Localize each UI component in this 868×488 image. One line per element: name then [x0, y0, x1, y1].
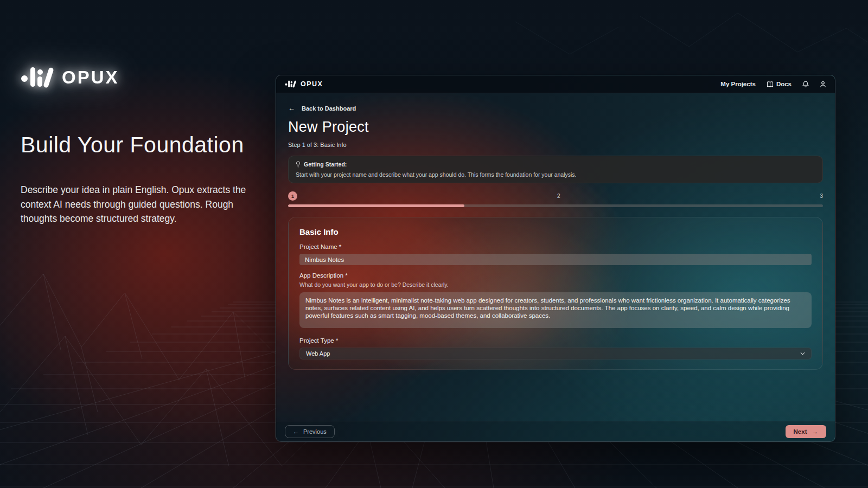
bell-icon	[802, 81, 809, 88]
back-to-dashboard-link[interactable]: ← Back to Dashboard	[288, 104, 356, 112]
arrow-left-icon: ←	[293, 428, 299, 435]
hint-title: Getting Started:	[304, 161, 347, 168]
arrow-right-icon: →	[812, 428, 819, 435]
opux-logo: OPUX	[21, 65, 259, 90]
hint-title-row: Getting Started:	[296, 161, 815, 168]
step-1-indicator[interactable]: 1	[288, 191, 297, 201]
project-type-label: Project Type *	[299, 337, 812, 344]
next-button[interactable]: Next →	[786, 425, 826, 438]
book-icon	[767, 81, 774, 87]
project-type-value: Web App	[306, 350, 330, 357]
step-2-indicator[interactable]: 2	[557, 193, 560, 199]
step-indicator: 1 2 3	[288, 191, 823, 201]
window-content: ← Back to Dashboard New Project Step 1 o…	[276, 93, 835, 370]
lightbulb-icon	[296, 161, 301, 168]
getting-started-hint: Getting Started: Start with your project…	[288, 156, 823, 183]
opux-logo-mark-small	[285, 80, 297, 88]
user-icon	[820, 81, 826, 88]
project-type-select[interactable]: Web App	[299, 348, 812, 359]
previous-button[interactable]: ← Previous	[285, 425, 335, 438]
app-description-label: App Description *	[299, 272, 812, 279]
topbar-brand-text: OPUX	[301, 80, 323, 88]
back-to-dashboard-label: Back to Dashboard	[302, 105, 356, 112]
hero-panel: OPUX Build Your Foundation Describe your…	[21, 65, 259, 226]
previous-button-label: Previous	[303, 428, 327, 435]
opux-logo-mark	[21, 65, 55, 90]
hint-body: Start with your project name and describ…	[296, 171, 815, 178]
project-name-label: Project Name *	[299, 243, 812, 250]
nav-docs-label: Docs	[776, 81, 792, 87]
nav-docs[interactable]: Docs	[767, 81, 792, 87]
nav-my-projects[interactable]: My Projects	[720, 81, 756, 87]
project-name-input[interactable]	[299, 254, 812, 265]
chevron-down-icon	[800, 352, 805, 355]
topbar-brand[interactable]: OPUX	[285, 80, 323, 88]
app-description-helper: What do you want your app to do or be? D…	[299, 281, 812, 288]
hero-description: Describe your idea in plain English. Opu…	[21, 183, 255, 226]
basic-info-card: Basic Info Project Name * App Descriptio…	[288, 217, 823, 370]
account-button[interactable]	[820, 81, 826, 88]
step-3-indicator[interactable]: 3	[820, 193, 823, 199]
app-topbar: OPUX My Projects Docs	[276, 75, 835, 93]
wizard-footer: ← Previous Next →	[276, 421, 835, 441]
card-title: Basic Info	[299, 227, 812, 236]
page-title: New Project	[288, 119, 823, 136]
progress-fill	[288, 204, 464, 207]
progress-track	[288, 204, 823, 207]
arrow-left-icon: ←	[288, 104, 295, 112]
app-window: OPUX My Projects Docs	[276, 75, 835, 442]
opux-logo-text: OPUX	[62, 67, 119, 88]
next-button-label: Next	[794, 428, 807, 435]
topbar-nav: My Projects Docs	[720, 81, 826, 88]
hero-headline: Build Your Foundation	[21, 132, 259, 158]
notifications-button[interactable]	[802, 81, 809, 88]
step-progress-label: Step 1 of 3: Basic Info	[288, 142, 823, 148]
app-description-textarea[interactable]: Nimbus Notes is an intelligent, minimali…	[299, 292, 812, 328]
